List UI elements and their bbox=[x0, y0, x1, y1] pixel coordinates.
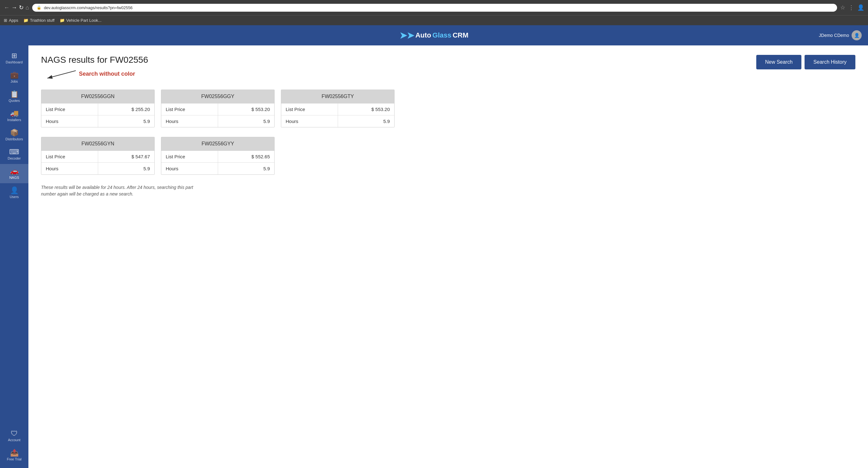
home-button[interactable]: ⌂ bbox=[26, 5, 29, 10]
part-card-body-1: List Price $ 553.20 Hours 5.9 bbox=[161, 103, 274, 127]
sidebar-item-users[interactable]: 👤 Users bbox=[0, 183, 28, 202]
hours-value-2: 5.9 bbox=[338, 115, 395, 127]
part-card-body-0: List Price $ 255.20 Hours 5.9 bbox=[41, 103, 154, 127]
sidebar-label-dashboard: Dashboard bbox=[6, 61, 23, 64]
nags-icon: 🚗 bbox=[10, 168, 19, 175]
main-layout: ⊞ Dashboard 💼 Jobs 📋 Quotes 🚚 Installers… bbox=[0, 45, 868, 468]
installers-icon: 🚚 bbox=[10, 110, 19, 117]
list-price-label-0: List Price bbox=[41, 103, 98, 115]
sidebar-item-decoder[interactable]: ⌨ Decoder bbox=[0, 145, 28, 164]
sidebar: ⊞ Dashboard 💼 Jobs 📋 Quotes 🚚 Installers… bbox=[0, 45, 28, 468]
part-card-fw02556ggy: FW02556GGY List Price $ 553.20 Hours 5.9 bbox=[161, 90, 275, 127]
list-price-label-3: List Price bbox=[41, 151, 98, 162]
hours-label-0: Hours bbox=[41, 115, 98, 127]
nav-buttons: ← → ↻ ⌂ bbox=[4, 5, 29, 10]
sidebar-item-distributors[interactable]: 📦 Distributors bbox=[0, 126, 28, 145]
lock-icon: 🔒 bbox=[37, 5, 41, 10]
hours-value-0: 5.9 bbox=[98, 115, 155, 127]
hours-label-2: Hours bbox=[281, 115, 338, 127]
list-price-label-1: List Price bbox=[161, 103, 218, 115]
sidebar-label-free-trial: Free Trial bbox=[7, 458, 22, 461]
sidebar-label-decoder: Decoder bbox=[7, 157, 21, 160]
content-area: NAGS results for FW02556 Search without … bbox=[28, 45, 868, 468]
bookmarks-bar: ⊞ Apps 📁 Triathlon stuff 📁 Vehicle Part … bbox=[0, 15, 868, 25]
sidebar-item-free-trial[interactable]: 📤 Free Trial bbox=[0, 445, 28, 465]
annotation-arrow-svg bbox=[41, 67, 79, 80]
back-button[interactable]: ← bbox=[4, 5, 9, 10]
user-info: JDemo CDemo 👤 bbox=[819, 30, 862, 40]
user-name: JDemo CDemo bbox=[819, 33, 849, 38]
table-row: List Price $ 552.65 bbox=[161, 151, 274, 163]
table-row: List Price $ 553.20 bbox=[161, 103, 274, 115]
browser-actions: ☆ ⋮ 👤 bbox=[840, 4, 864, 11]
bookmark-vehicle-label: Vehicle Part Look... bbox=[66, 18, 102, 23]
footer-note: These results will be available for 24 h… bbox=[41, 184, 205, 197]
logo-glass: Glass bbox=[432, 31, 452, 39]
folder-icon: 📁 bbox=[23, 18, 28, 23]
sidebar-item-nags[interactable]: 🚗 NAGS bbox=[0, 164, 28, 183]
search-history-button[interactable]: Search History bbox=[805, 55, 856, 69]
folder-icon-2: 📁 bbox=[60, 18, 65, 23]
apps-grid-icon: ⊞ bbox=[4, 18, 7, 23]
part-card-header-2: FW02556GTY bbox=[281, 90, 394, 103]
part-card-fw02556gyy: FW02556GYY List Price $ 552.65 Hours 5.9 bbox=[161, 137, 275, 175]
bookmark-vehicle[interactable]: 📁 Vehicle Part Look... bbox=[60, 18, 102, 23]
forward-button[interactable]: → bbox=[11, 5, 17, 10]
list-price-value-4: $ 552.65 bbox=[218, 151, 275, 162]
part-card-fw02556gyn: FW02556GYN List Price $ 547.67 Hours 5.9 bbox=[41, 137, 155, 175]
reload-button[interactable]: ↻ bbox=[19, 5, 24, 10]
table-row: List Price $ 553.20 bbox=[281, 103, 394, 115]
logo-crm: CRM bbox=[453, 31, 468, 39]
sidebar-item-installers[interactable]: 🚚 Installers bbox=[0, 106, 28, 126]
list-price-value-2: $ 553.20 bbox=[338, 103, 395, 115]
logo-arrow-icon: ➤➤ bbox=[400, 30, 414, 41]
part-card-header-0: FW02556GGN bbox=[41, 90, 154, 103]
new-search-button[interactable]: New Search bbox=[756, 55, 801, 69]
page-title-section: NAGS results for FW02556 Search without … bbox=[41, 55, 148, 80]
app-wrapper: ➤➤ AutoGlassCRM JDemo CDemo 👤 ⊞ Dashboar… bbox=[0, 25, 868, 468]
sidebar-label-distributors: Distributors bbox=[5, 137, 23, 141]
bookmark-triathlon-label: Triathlon stuff bbox=[30, 18, 55, 23]
user-avatar[interactable]: 👤 bbox=[851, 30, 862, 40]
hours-label-3: Hours bbox=[41, 163, 98, 174]
decoder-icon: ⌨ bbox=[9, 148, 19, 156]
table-row: Hours 5.9 bbox=[161, 163, 274, 174]
part-card-body-2: List Price $ 553.20 Hours 5.9 bbox=[281, 103, 394, 127]
free-trial-icon: 📤 bbox=[10, 449, 19, 456]
browser-chrome: ← → ↻ ⌂ 🔒 dev.autoglasscrm.com/nags/resu… bbox=[0, 0, 868, 15]
jobs-icon: 💼 bbox=[10, 72, 19, 78]
annotation-text: Search without color bbox=[79, 71, 135, 77]
user-profile-icon[interactable]: 👤 bbox=[857, 4, 864, 11]
list-price-label-4: List Price bbox=[161, 151, 218, 162]
part-card-fw02556gty: FW02556GTY List Price $ 553.20 Hours 5.9 bbox=[281, 90, 395, 127]
sidebar-label-installers: Installers bbox=[7, 118, 21, 122]
top-header: ➤➤ AutoGlassCRM JDemo CDemo 👤 bbox=[0, 25, 868, 45]
bookmark-triathlon[interactable]: 📁 Triathlon stuff bbox=[23, 18, 55, 23]
account-icon: 🛡 bbox=[11, 430, 18, 437]
star-icon[interactable]: ☆ bbox=[840, 4, 845, 11]
hours-label-1: Hours bbox=[161, 115, 218, 127]
sidebar-item-jobs[interactable]: 💼 Jobs bbox=[0, 68, 28, 87]
sidebar-label-nags: NAGS bbox=[9, 176, 19, 179]
menu-icon[interactable]: ⋮ bbox=[848, 4, 854, 11]
sidebar-item-quotes[interactable]: 📋 Quotes bbox=[0, 87, 28, 106]
part-card-body-4: List Price $ 552.65 Hours 5.9 bbox=[161, 151, 274, 174]
page-title: NAGS results for FW02556 bbox=[41, 55, 148, 65]
table-row: List Price $ 547.67 bbox=[41, 151, 154, 163]
table-row: Hours 5.9 bbox=[281, 115, 394, 127]
part-card-fw02556ggn: FW02556GGN List Price $ 255.20 Hours 5.9 bbox=[41, 90, 155, 127]
list-price-value-0: $ 255.20 bbox=[98, 103, 155, 115]
sidebar-item-account[interactable]: 🛡 Account bbox=[0, 426, 28, 445]
list-price-value-3: $ 547.67 bbox=[98, 151, 155, 162]
sidebar-label-jobs: Jobs bbox=[10, 80, 18, 83]
quotes-icon: 📋 bbox=[10, 91, 19, 98]
action-buttons: New Search Search History bbox=[756, 55, 856, 69]
address-bar[interactable]: 🔒 dev.autoglasscrm.com/nags/results?pn=f… bbox=[32, 4, 837, 12]
url-text: dev.autoglasscrm.com/nags/results?pn=fw0… bbox=[44, 5, 132, 10]
hours-value-4: 5.9 bbox=[218, 163, 275, 174]
hours-value-3: 5.9 bbox=[98, 163, 155, 174]
results-grid-row2: FW02556GYN List Price $ 547.67 Hours 5.9 bbox=[41, 137, 856, 175]
sidebar-label-quotes: Quotes bbox=[8, 99, 20, 102]
bookmark-apps[interactable]: ⊞ Apps bbox=[4, 18, 18, 23]
sidebar-item-dashboard[interactable]: ⊞ Dashboard bbox=[0, 48, 28, 68]
